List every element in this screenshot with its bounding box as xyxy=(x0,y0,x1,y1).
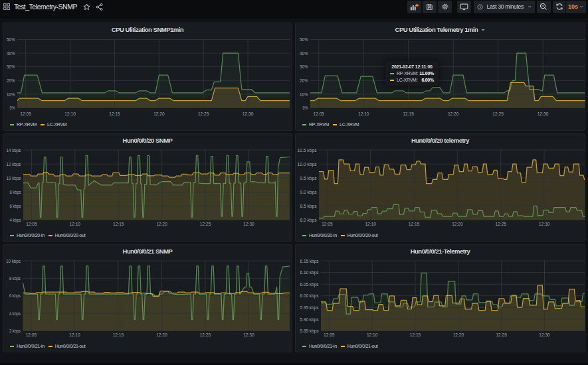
svg-text:12:10: 12:10 xyxy=(69,332,80,338)
svg-text:12:20: 12:20 xyxy=(452,221,463,227)
svg-text:6.05 kbps: 6.05 kbps xyxy=(300,281,319,287)
svg-text:12:20: 12:20 xyxy=(156,221,167,227)
svg-text:2 kbps: 2 kbps xyxy=(9,328,21,334)
svg-text:12:10: 12:10 xyxy=(365,221,376,227)
svg-text:12:30: 12:30 xyxy=(243,221,254,227)
svg-text:5.90 kbps: 5.90 kbps xyxy=(300,317,319,323)
svg-text:12:05: 12:05 xyxy=(20,111,31,117)
svg-text:6 kbps: 6 kbps xyxy=(10,203,21,209)
svg-text:12:05: 12:05 xyxy=(26,332,37,338)
svg-text:8 kbps: 8 kbps xyxy=(10,189,21,195)
svg-text:12:30: 12:30 xyxy=(538,111,549,117)
svg-text:0%: 0% xyxy=(303,105,308,111)
svg-text:12:25: 12:25 xyxy=(200,332,211,338)
svg-text:12:20: 12:20 xyxy=(453,332,464,338)
svg-text:12:30: 12:30 xyxy=(539,332,550,338)
svg-text:12:05: 12:05 xyxy=(26,221,37,227)
svg-text:6.00 kbps: 6.00 kbps xyxy=(300,293,319,299)
svg-text:12:05: 12:05 xyxy=(324,332,335,338)
svg-text:12:25: 12:25 xyxy=(198,111,209,117)
svg-text:10 kbps: 10 kbps xyxy=(7,175,21,181)
svg-text:8.0 kbps: 8.0 kbps xyxy=(300,217,317,223)
svg-text:12:15: 12:15 xyxy=(403,111,414,117)
svg-text:12:15: 12:15 xyxy=(113,332,124,338)
svg-text:50%: 50% xyxy=(7,36,15,42)
svg-text:12:20: 12:20 xyxy=(153,111,165,117)
svg-text:12:25: 12:25 xyxy=(496,221,507,227)
svg-text:10%: 10% xyxy=(7,92,15,98)
svg-text:6.10 kbps: 6.10 kbps xyxy=(300,269,319,275)
svg-text:12:20: 12:20 xyxy=(448,111,459,117)
svg-text:12:15: 12:15 xyxy=(109,111,120,117)
svg-text:40%: 40% xyxy=(300,50,308,56)
svg-text:12:10: 12:10 xyxy=(64,111,76,117)
svg-text:9.5 kbps: 9.5 kbps xyxy=(300,175,317,181)
svg-text:4 kbps: 4 kbps xyxy=(9,311,21,317)
svg-text:12:30: 12:30 xyxy=(539,221,550,227)
svg-text:12:30: 12:30 xyxy=(243,111,254,117)
svg-text:10 kbps: 10 kbps xyxy=(6,258,21,264)
svg-text:20%: 20% xyxy=(300,78,308,84)
svg-text:40%: 40% xyxy=(7,50,15,56)
svg-text:12:25: 12:25 xyxy=(492,111,504,117)
svg-text:5.85 kbps: 5.85 kbps xyxy=(300,328,319,334)
svg-text:10.0 kbps: 10.0 kbps xyxy=(298,161,317,167)
svg-text:12:20: 12:20 xyxy=(156,332,167,338)
svg-text:30%: 30% xyxy=(7,64,15,70)
svg-text:14 kbps: 14 kbps xyxy=(7,147,21,153)
svg-text:6 kbps: 6 kbps xyxy=(9,293,21,299)
svg-text:4 kbps: 4 kbps xyxy=(10,217,21,223)
svg-text:30%: 30% xyxy=(300,64,308,70)
svg-text:8 kbps: 8 kbps xyxy=(9,275,21,281)
svg-text:5.95 kbps: 5.95 kbps xyxy=(300,305,319,311)
svg-text:0%: 0% xyxy=(10,105,15,111)
svg-text:12:05: 12:05 xyxy=(322,221,333,227)
svg-text:6.15 kbps: 6.15 kbps xyxy=(300,258,319,264)
svg-text:12:15: 12:15 xyxy=(409,221,420,227)
svg-text:9.0 kbps: 9.0 kbps xyxy=(300,189,317,195)
svg-text:12:30: 12:30 xyxy=(243,332,254,338)
svg-text:12:05: 12:05 xyxy=(314,111,325,117)
svg-text:10.5 kbps: 10.5 kbps xyxy=(298,147,317,153)
svg-text:12:25: 12:25 xyxy=(200,221,211,227)
svg-text:12 kbps: 12 kbps xyxy=(7,161,21,167)
svg-text:8.5 kbps: 8.5 kbps xyxy=(300,203,317,209)
svg-text:12:10: 12:10 xyxy=(358,111,369,117)
svg-text:12:10: 12:10 xyxy=(70,221,81,227)
svg-text:20%: 20% xyxy=(7,78,15,84)
svg-text:12:15: 12:15 xyxy=(410,332,421,338)
svg-text:10%: 10% xyxy=(300,92,308,98)
svg-text:12:25: 12:25 xyxy=(496,332,507,338)
svg-text:12:15: 12:15 xyxy=(113,221,124,227)
svg-text:12:10: 12:10 xyxy=(367,332,378,338)
svg-text:50%: 50% xyxy=(300,36,308,42)
